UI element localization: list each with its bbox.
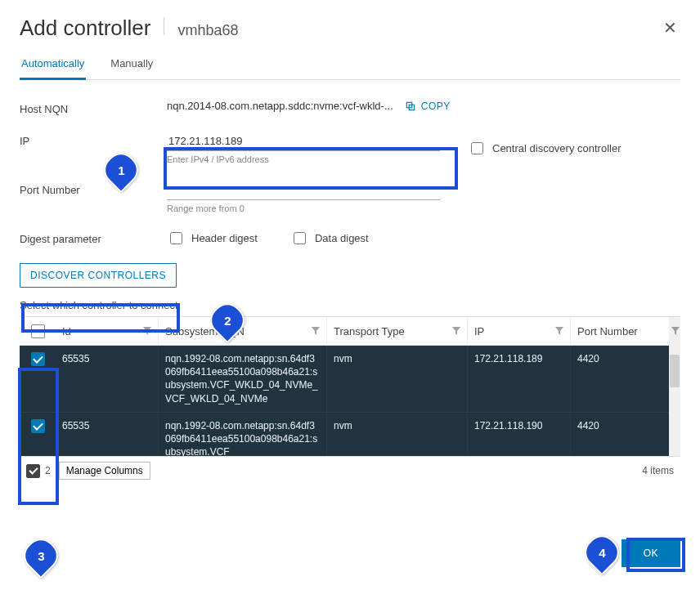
annotation-callout-4: 4 (579, 530, 626, 576)
host-nqn-value: nqn.2014-08.com.netapp.sddc:nvme:vcf-wkl… (167, 100, 393, 112)
central-discovery-input[interactable] (471, 142, 483, 154)
cell-ip: 172.21.118.189 (468, 346, 571, 412)
form-area: Host NQN nqn.2014-08.com.netapp.sddc:nvm… (20, 92, 680, 485)
cell-transport: nvm (327, 346, 468, 412)
copy-icon (405, 101, 416, 112)
col-ip[interactable]: IP (468, 317, 571, 345)
tab-manually[interactable]: Manually (109, 51, 155, 79)
copy-button[interactable]: COPY (405, 101, 451, 112)
header-digest-label: Header digest (191, 232, 258, 244)
table-row[interactable]: 65535 nqn.1992-08.com.netapp:sn.64df3069… (20, 413, 680, 457)
col-id[interactable]: Id (56, 317, 159, 345)
tab-bar: Automatically Manually (20, 51, 680, 80)
filter-icon[interactable] (452, 327, 460, 335)
title-divider (164, 17, 164, 35)
filter-icon[interactable] (312, 327, 320, 335)
cell-ip: 172.21.118.190 (468, 413, 571, 457)
annotation-callout-3: 3 (18, 533, 65, 579)
copy-label: COPY (421, 101, 451, 112)
row-checkbox[interactable] (31, 419, 45, 433)
row-host-nqn: Host NQN nqn.2014-08.com.netapp.sddc:nvm… (20, 92, 680, 123)
grid-body: 65535 nqn.1992-08.com.netapp:sn.64df3069… (20, 346, 680, 457)
row-digest: Digest parameter Header digest Data dige… (20, 221, 680, 255)
header-digest-checkbox[interactable]: Header digest (167, 230, 258, 247)
scrollbar-thumb[interactable] (670, 355, 680, 387)
ip-input[interactable] (167, 132, 440, 151)
cell-port: 4420 (571, 346, 680, 412)
filter-icon[interactable] (555, 327, 563, 335)
close-icon[interactable]: ✕ (660, 15, 680, 41)
cell-port: 4420 (571, 413, 680, 457)
data-digest-checkbox[interactable]: Data digest (290, 230, 369, 247)
discover-controllers-button[interactable]: DISCOVER CONTROLLERS (20, 263, 177, 288)
data-digest-label: Data digest (315, 232, 369, 244)
select-all-checkbox[interactable] (31, 324, 45, 338)
col-transport-type[interactable]: Transport Type (327, 317, 468, 345)
cell-nqn: nqn.1992-08.com.netapp:sn.64df3069fb6411… (159, 346, 327, 412)
filter-icon[interactable] (671, 327, 680, 335)
footer-checkbox[interactable] (26, 464, 40, 478)
add-controller-dialog: Add controller vmhba68 ✕ Automatically M… (0, 0, 700, 590)
central-discovery-label: Central discovery controller (492, 142, 621, 154)
cell-id: 65535 (56, 413, 159, 457)
ip-hint: Enter IPv4 / IPv6 address (167, 154, 440, 164)
port-input[interactable] (167, 181, 440, 200)
port-hint: Range more from 0 (167, 203, 440, 213)
label-digest: Digest parameter (20, 230, 167, 245)
cell-transport: nvm (327, 413, 468, 457)
items-count: 4 items (642, 465, 674, 476)
label-port: Port Number (20, 181, 167, 196)
cell-nqn: nqn.1992-08.com.netapp:sn.64df3069fb6411… (159, 413, 327, 457)
grid-footer: 2 Manage Columns 4 items (20, 457, 680, 485)
select-controller-text: Select which controller to connect (20, 299, 680, 311)
grid-scrollbar[interactable] (669, 317, 680, 456)
col-port-number[interactable]: Port Number (571, 317, 680, 345)
tab-automatically[interactable]: Automatically (20, 51, 86, 80)
ok-button[interactable]: OK (621, 539, 680, 567)
filter-icon[interactable] (143, 327, 151, 335)
controllers-grid: Id Subsystem NQN Transport Type IP Port … (20, 316, 680, 457)
cell-id: 65535 (56, 346, 159, 412)
manage-columns-button[interactable]: Manage Columns (59, 462, 150, 480)
label-ip: IP (20, 132, 167, 147)
row-checkbox[interactable] (31, 352, 45, 366)
label-host-nqn: Host NQN (20, 100, 167, 115)
table-row[interactable]: 65535 nqn.1992-08.com.netapp:sn.64df3069… (20, 346, 680, 413)
central-discovery-checkbox[interactable]: Central discovery controller (468, 140, 621, 157)
header-digest-input[interactable] (170, 232, 182, 244)
selected-count: 2 (45, 465, 51, 476)
dialog-title: Add controller (20, 16, 150, 41)
data-digest-input[interactable] (294, 232, 306, 244)
dialog-header: Add controller vmhba68 ✕ (20, 15, 680, 41)
grid-header: Id Subsystem NQN Transport Type IP Port … (20, 317, 680, 346)
dialog-subtitle: vmhba68 (177, 22, 238, 39)
